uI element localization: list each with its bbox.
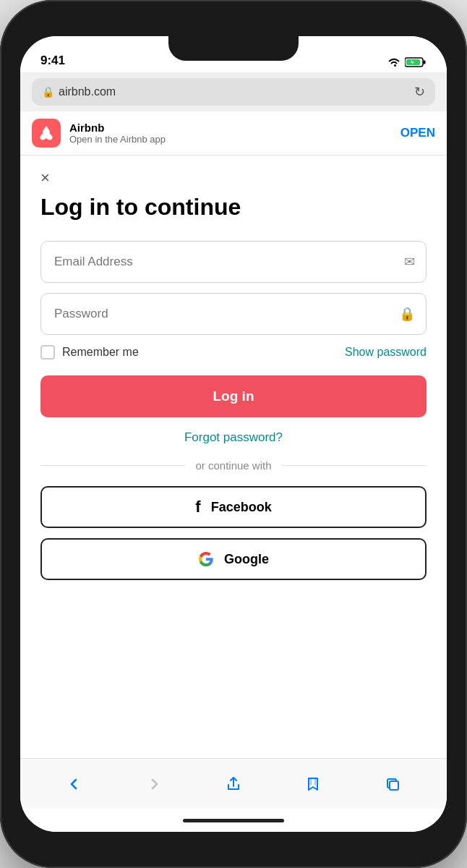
- tabs-button[interactable]: [378, 770, 407, 799]
- lock-icon: 🔒: [42, 86, 54, 98]
- svg-rect-4: [390, 781, 398, 790]
- forgot-password-section: Forgot password?: [40, 430, 427, 445]
- share-button[interactable]: [219, 770, 248, 799]
- address-bar[interactable]: 🔒 airbnb.com ↻: [32, 78, 435, 106]
- notch: [168, 36, 299, 61]
- airbnb-app-icon: [32, 119, 61, 148]
- app-banner: Airbnb Open in the Airbnb app OPEN: [20, 111, 447, 156]
- password-field-group: 🔒: [40, 293, 427, 335]
- wifi-icon: [387, 57, 400, 67]
- email-field-group: ✉: [40, 241, 427, 283]
- app-info: Airbnb Open in the Airbnb app: [69, 122, 400, 145]
- login-button[interactable]: Log in: [40, 375, 427, 417]
- status-time: 9:41: [40, 54, 65, 68]
- share-icon: [226, 776, 241, 792]
- forgot-password-link[interactable]: Forgot password?: [184, 430, 283, 444]
- divider-row: or continue with: [40, 459, 427, 472]
- open-app-button[interactable]: OPEN: [400, 126, 435, 140]
- login-title: Log in to continue: [40, 193, 427, 221]
- remember-me-checkbox[interactable]: [40, 345, 55, 359]
- show-password-button[interactable]: Show password: [345, 346, 427, 359]
- divider-line-left: [40, 465, 185, 466]
- reload-button[interactable]: ↻: [414, 84, 425, 100]
- battery-icon: [405, 56, 427, 68]
- bookmarks-button[interactable]: [299, 770, 327, 799]
- home-bar: [183, 819, 284, 822]
- google-icon: [198, 551, 214, 567]
- lock-field-icon: 🔒: [399, 306, 415, 322]
- facebook-icon: f: [195, 498, 200, 516]
- remember-me-group: Remember me: [40, 345, 139, 359]
- options-row: Remember me Show password: [40, 345, 427, 359]
- bookmarks-icon: [305, 776, 321, 792]
- back-button[interactable]: [60, 770, 89, 799]
- close-button[interactable]: ×: [40, 170, 50, 186]
- forward-button[interactable]: [140, 770, 168, 799]
- email-input[interactable]: [40, 241, 427, 283]
- svg-rect-1: [424, 61, 426, 64]
- divider-line-right: [282, 465, 427, 466]
- status-icons: [387, 56, 427, 68]
- password-input[interactable]: [40, 293, 427, 335]
- address-content: 🔒 airbnb.com: [42, 85, 116, 98]
- back-icon: [67, 777, 82, 791]
- facebook-label: Facebook: [211, 500, 272, 515]
- login-content: × Log in to continue ✉ 🔒 Remember me Sho…: [20, 156, 447, 758]
- app-subtitle: Open in the Airbnb app: [69, 134, 400, 145]
- remember-me-label: Remember me: [62, 346, 139, 359]
- forward-icon: [147, 777, 161, 791]
- screen: 9:41: [20, 36, 447, 832]
- browser-nav: [20, 758, 447, 809]
- address-text: airbnb.com: [59, 85, 116, 98]
- browser-chrome: 🔒 airbnb.com ↻: [20, 72, 447, 111]
- divider-text: or continue with: [195, 459, 271, 472]
- home-indicator: [20, 809, 447, 832]
- app-name: Airbnb: [69, 122, 400, 134]
- email-icon: ✉: [404, 254, 415, 270]
- tabs-icon: [385, 776, 400, 792]
- phone-frame: 9:41: [0, 0, 467, 868]
- google-label: Google: [224, 552, 269, 567]
- google-login-button[interactable]: Google: [40, 538, 427, 580]
- airbnb-logo-icon: [38, 124, 55, 142]
- facebook-login-button[interactable]: f Facebook: [40, 486, 427, 528]
